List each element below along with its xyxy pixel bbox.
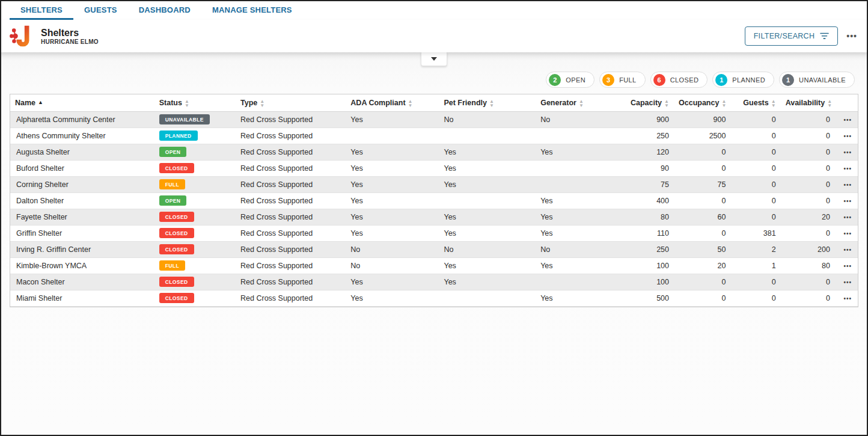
status-cell: CLOSED	[154, 209, 236, 225]
availability-cell: 0	[781, 274, 835, 290]
table-row: Griffin ShelterCLOSEDRed Cross Supported…	[10, 225, 858, 241]
column-header-type[interactable]: Type▲▼	[236, 94, 346, 111]
generator-cell: Yes	[536, 209, 620, 225]
occupancy-cell: 0	[674, 144, 730, 160]
row-more-menu-icon[interactable]: •••	[842, 182, 853, 188]
filter-icon	[820, 32, 829, 40]
summary-chip-open[interactable]: 2OPEN	[546, 72, 594, 88]
type-cell: Red Cross Supported	[236, 127, 346, 144]
generator-cell: Yes	[536, 257, 620, 274]
pet-friendly-cell	[439, 192, 536, 209]
row-actions-cell: •••	[835, 127, 858, 144]
row-more-menu-icon[interactable]: •••	[842, 230, 853, 237]
status-badge: CLOSED	[159, 244, 194, 254]
availability-cell: 200	[781, 241, 835, 257]
column-header-actions[interactable]	[835, 94, 858, 111]
status-badge: CLOSED	[159, 212, 194, 222]
row-more-menu-icon[interactable]: •••	[842, 198, 853, 204]
generator-cell: No	[536, 241, 620, 257]
summary-chip-planned[interactable]: 1PLANNED	[712, 72, 774, 88]
ada-compliant-cell: No	[346, 241, 439, 257]
column-header-pet[interactable]: Pet Friendly▲▼	[439, 94, 536, 111]
availability-cell: 0	[781, 144, 835, 160]
status-badge: UNAVAILABLE	[159, 114, 210, 124]
occupancy-cell: 900	[674, 111, 730, 127]
summary-chip-full[interactable]: 3FULL	[599, 72, 646, 88]
type-cell: Red Cross Supported	[236, 192, 346, 209]
ada-compliant-cell: No	[346, 257, 439, 274]
nav-tab-dashboard[interactable]: DASHBOARD	[128, 1, 201, 20]
pet-friendly-cell: Yes	[439, 144, 536, 160]
header-more-menu-icon[interactable]: •••	[846, 33, 857, 39]
row-more-menu-icon[interactable]: •••	[842, 133, 853, 140]
summary-chip-closed[interactable]: 6CLOSED	[650, 72, 708, 88]
panel-expander-button[interactable]	[421, 52, 447, 66]
status-cell: OPEN	[154, 144, 236, 160]
row-more-menu-icon[interactable]: •••	[842, 214, 853, 221]
status-cell: CLOSED	[154, 225, 236, 241]
row-more-menu-icon[interactable]: •••	[842, 149, 853, 156]
chip-count-badge: 6	[653, 74, 665, 86]
type-cell: Red Cross Supported	[236, 225, 346, 241]
shelter-name-cell: Buford Shelter	[10, 160, 154, 176]
row-actions-cell: •••	[835, 241, 858, 257]
sort-icon: ▲▼	[771, 99, 776, 108]
row-more-menu-icon[interactable]: •••	[842, 117, 853, 123]
guests-cell: 0	[730, 274, 780, 290]
nav-tab-shelters[interactable]: SHELTERS	[10, 1, 73, 20]
occupancy-cell: 0	[674, 192, 730, 209]
status-cell: PLANNED	[154, 127, 236, 144]
row-actions-cell: •••	[835, 144, 858, 160]
row-more-menu-icon[interactable]: •••	[842, 279, 853, 286]
status-badge: FULL	[159, 179, 185, 189]
availability-cell: 0	[781, 111, 835, 127]
capacity-cell: 500	[620, 290, 674, 306]
summary-chip-unavailable[interactable]: 1UNAVAILABLE	[779, 72, 855, 88]
status-cell: CLOSED	[154, 290, 236, 306]
column-header-status[interactable]: Status▲▼	[154, 94, 236, 111]
shelter-name-cell: Fayette Shelter	[10, 209, 154, 225]
ada-compliant-cell: Yes	[346, 111, 439, 127]
guests-cell: 0	[730, 209, 780, 225]
column-header-occupancy[interactable]: Occupancy▲▼	[674, 94, 730, 111]
pet-friendly-cell: Yes	[439, 176, 536, 192]
type-cell: Red Cross Supported	[236, 274, 346, 290]
column-header-generator[interactable]: Generator▲▼	[536, 94, 620, 111]
type-cell: Red Cross Supported	[236, 111, 346, 127]
nav-tab-guests[interactable]: GUESTS	[73, 1, 128, 20]
table-row: Irving R. Griffin CenterCLOSEDRed Cross …	[10, 241, 858, 257]
sort-icon: ▲▼	[260, 99, 264, 108]
table-row: Kimble-Brown YMCAFULLRed Cross Supported…	[10, 257, 858, 274]
row-more-menu-icon[interactable]: •••	[842, 263, 853, 269]
row-actions-cell: •••	[835, 225, 858, 241]
column-header-availability[interactable]: Availability▲▼	[781, 94, 835, 111]
availability-cell: 0	[781, 160, 835, 176]
pet-friendly-cell: Yes	[439, 209, 536, 225]
column-header-capacity[interactable]: Capacity▲▼	[620, 94, 674, 111]
column-header-guests[interactable]: Guests▲▼	[730, 94, 780, 111]
pet-friendly-cell: No	[439, 241, 536, 257]
row-actions-cell: •••	[835, 290, 858, 306]
type-cell: Red Cross Supported	[236, 144, 346, 160]
row-more-menu-icon[interactable]: •••	[842, 165, 853, 172]
chip-count-badge: 3	[602, 74, 614, 86]
guests-cell: 0	[730, 111, 780, 127]
status-cell: UNAVAILABLE	[154, 111, 236, 127]
availability-cell: 0	[781, 127, 835, 144]
row-more-menu-icon[interactable]: •••	[842, 247, 853, 253]
column-header-name[interactable]: Name▲	[10, 94, 154, 111]
status-badge: CLOSED	[159, 228, 194, 238]
occupancy-cell: 0	[674, 160, 730, 176]
row-more-menu-icon[interactable]: •••	[842, 295, 853, 302]
pet-friendly-cell: Yes	[439, 274, 536, 290]
shelter-name-cell: Irving R. Griffin Center	[10, 241, 154, 257]
nav-tab-manage-shelters[interactable]: MANAGE SHELTERS	[201, 1, 303, 20]
caret-down-icon	[431, 57, 437, 61]
type-cell: Red Cross Supported	[236, 290, 346, 306]
table-row: Macon ShelterCLOSEDRed Cross SupportedYe…	[10, 274, 858, 290]
shelter-name-cell: Griffin Shelter	[10, 225, 154, 241]
availability-cell: 0	[781, 290, 835, 306]
filter-search-button[interactable]: FILTER/SEARCH	[745, 26, 839, 46]
column-header-ada[interactable]: ADA Compliant▲▼	[346, 94, 439, 111]
chip-label: PLANNED	[732, 76, 765, 84]
